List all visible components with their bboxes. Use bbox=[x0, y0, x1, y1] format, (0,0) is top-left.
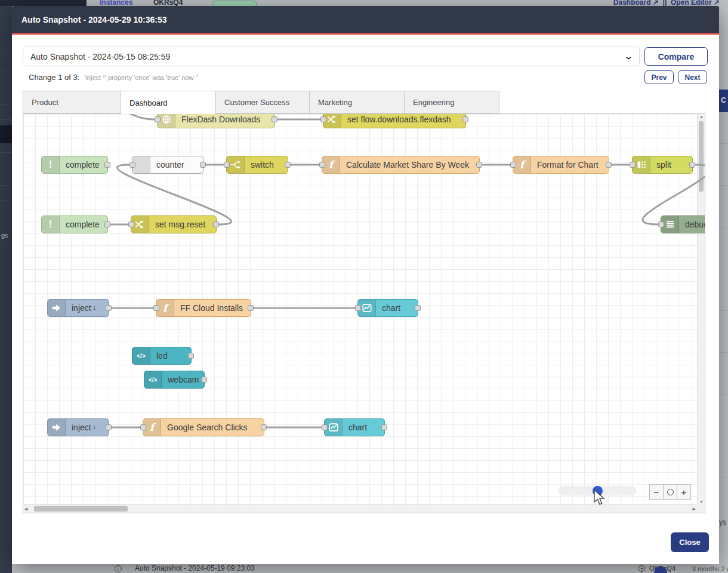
output-port[interactable] bbox=[381, 424, 387, 430]
flow-node-inject2[interactable]: inject1 bbox=[47, 418, 109, 436]
output-port[interactable] bbox=[415, 305, 421, 311]
snapshot-diff-modal: Auto Snapshot - 2024-05-29 10:36:53 Auto… bbox=[12, 6, 719, 564]
output-port[interactable] bbox=[106, 305, 112, 311]
tab-label: Customer Success bbox=[224, 98, 289, 107]
flow-node-complete1[interactable]: !complete bbox=[41, 156, 108, 174]
output-port[interactable] bbox=[689, 162, 695, 168]
next-change-button[interactable]: Next bbox=[678, 70, 707, 84]
node-label: chart bbox=[343, 419, 373, 436]
node-label: FlexDash Downloads bbox=[175, 113, 266, 128]
node-label: split bbox=[650, 156, 677, 173]
node-label: set msg.reset bbox=[149, 216, 211, 233]
input-port[interactable] bbox=[224, 162, 230, 168]
output-port[interactable] bbox=[201, 377, 207, 383]
background-sidebar-top bbox=[0, 0, 87, 6]
background-bottom-bar: i Auto Snapshot - 2024-05-19 09:23:03 OK… bbox=[12, 564, 728, 573]
background-top-nav: Instances OKRsQ4 Dashboard ↗ || Open Edi… bbox=[87, 0, 728, 6]
input-port[interactable] bbox=[320, 116, 326, 122]
flow-node-flexdash[interactable]: FlexDash Downloads bbox=[157, 113, 275, 128]
background-snapshot-item: Auto Snapshot - 2024-05-19 09:23:03 bbox=[135, 564, 255, 572]
snapshot-dropdown-value: Auto Snapshot - 2024-05-15 08:25:59 bbox=[30, 52, 170, 61]
flow-node-chart1[interactable]: chart bbox=[357, 299, 418, 317]
output-port[interactable] bbox=[248, 305, 254, 311]
node-label: switch bbox=[245, 156, 280, 173]
flow-canvas[interactable]: − + ▲ ▼ ◀ ▶ FlexDash Downloadsset flow.d… bbox=[23, 113, 705, 513]
output-port[interactable] bbox=[261, 424, 267, 430]
tab-marketing[interactable]: Marketing bbox=[309, 91, 405, 113]
flow-node-webcam[interactable]: </>webcam bbox=[144, 371, 205, 389]
input-port[interactable] bbox=[322, 424, 328, 430]
tab-product[interactable]: Product bbox=[23, 91, 121, 113]
output-port[interactable] bbox=[462, 116, 468, 122]
tab-label: Product bbox=[32, 98, 58, 107]
node-label: complete bbox=[60, 156, 106, 173]
complete-icon: ! bbox=[42, 216, 60, 233]
template-icon: </> bbox=[132, 347, 150, 364]
input-port[interactable] bbox=[128, 221, 134, 227]
output-port[interactable] bbox=[200, 162, 206, 168]
info-icon: i bbox=[115, 565, 122, 572]
prev-change-button[interactable]: Prev bbox=[644, 70, 674, 84]
flow-node-led[interactable]: </>led bbox=[132, 347, 192, 365]
inject-icon bbox=[48, 300, 66, 316]
tab-label: Dashboard bbox=[129, 98, 168, 107]
tab-dashboard[interactable]: Dashboard bbox=[121, 91, 216, 114]
input-port[interactable] bbox=[510, 162, 516, 168]
input-port[interactable] bbox=[658, 221, 664, 227]
flow-node-inject1[interactable]: inject1 bbox=[47, 299, 109, 317]
flow-node-switch[interactable]: switch bbox=[226, 156, 288, 174]
wire-start-flexdash bbox=[113, 114, 155, 119]
compare-button[interactable]: Compare bbox=[644, 47, 708, 66]
node-label: debug bbox=[679, 216, 705, 233]
output-port[interactable] bbox=[104, 221, 110, 227]
flow-node-format[interactable]: fFormat for Chart bbox=[513, 156, 609, 174]
node-label: inject1 bbox=[66, 300, 102, 316]
output-port[interactable] bbox=[606, 162, 612, 168]
sidebar-label-fragment: gs bbox=[1, 232, 8, 239]
tab-label: Engineering bbox=[413, 98, 454, 107]
node-label: counter bbox=[150, 156, 190, 173]
input-port[interactable] bbox=[155, 116, 161, 122]
flow-node-calc[interactable]: fCalculate Market Share By Week bbox=[322, 156, 480, 174]
flow-node-complete2[interactable]: !complete bbox=[41, 215, 108, 233]
input-port[interactable] bbox=[319, 162, 325, 168]
output-port[interactable] bbox=[213, 221, 219, 227]
node-label: complete bbox=[60, 216, 106, 233]
flow-tabs: ProductDashboardCustomer SuccessMarketin… bbox=[23, 91, 499, 113]
modal-title: Auto Snapshot - 2024-05-29 10:36:53 bbox=[21, 15, 167, 24]
flow-node-split[interactable]: split bbox=[632, 156, 693, 174]
flow-node-setmsg[interactable]: set msg.reset bbox=[131, 215, 217, 233]
tab-customer-success[interactable]: Customer Success bbox=[215, 91, 310, 113]
dashboard-link: Dashboard ↗ bbox=[613, 0, 659, 6]
input-port[interactable] bbox=[153, 305, 159, 311]
output-port[interactable] bbox=[476, 162, 482, 168]
output-port[interactable] bbox=[106, 424, 112, 430]
flow-node-debug[interactable]: debug bbox=[661, 215, 705, 233]
flow-node-ffcloud[interactable]: fFF Cloud Installs bbox=[156, 299, 251, 317]
output-port[interactable] bbox=[104, 162, 110, 168]
input-port[interactable] bbox=[630, 162, 636, 168]
open-editor-link: Open Editor ↗ bbox=[671, 0, 720, 6]
input-port[interactable] bbox=[355, 305, 361, 311]
flow-node-chart2[interactable]: chart bbox=[324, 418, 385, 436]
background-right-column: C ys bbox=[719, 6, 728, 564]
node-label: set flow.downloads.flexdash bbox=[341, 113, 457, 128]
flow-node-counter[interactable]: counter bbox=[132, 156, 203, 174]
close-button[interactable]: Close bbox=[671, 532, 709, 552]
background-text-fragment: ys bbox=[719, 518, 726, 526]
node-label: FF Cloud Installs bbox=[174, 300, 249, 316]
input-port[interactable] bbox=[129, 162, 135, 168]
complete-icon: ! bbox=[42, 156, 60, 173]
flow-node-google[interactable]: fGoogle Search Clicks bbox=[143, 418, 264, 436]
background-age-text: 3 months 2 weeks 4 d bbox=[692, 565, 728, 572]
top-nav-links[interactable]: Dashboard ↗ || Open Editor ↗ bbox=[613, 0, 720, 6]
modal-header: Auto Snapshot - 2024-05-29 10:36:53 bbox=[12, 6, 719, 35]
node-label: chart bbox=[376, 300, 406, 316]
tab-engineering[interactable]: Engineering bbox=[404, 91, 499, 113]
input-port[interactable] bbox=[140, 424, 146, 430]
output-port[interactable] bbox=[285, 162, 291, 168]
flow-node-setflow[interactable]: set flow.downloads.flexdash bbox=[323, 113, 466, 128]
snapshot-dropdown[interactable]: Auto Snapshot - 2024-05-15 08:25:59 ⌄ bbox=[23, 47, 640, 66]
output-port[interactable] bbox=[272, 116, 277, 122]
output-port[interactable] bbox=[188, 353, 194, 359]
